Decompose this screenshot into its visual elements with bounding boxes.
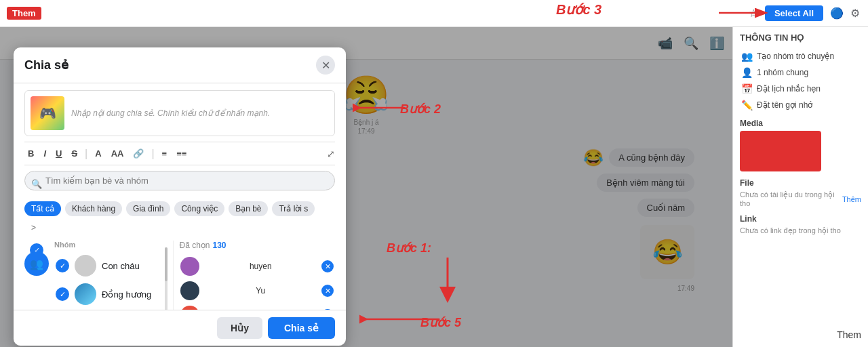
ordered-list-button[interactable]: ≡≡: [173, 146, 190, 161]
sidebar-item-common-groups[interactable]: 👤 1 nhóm chung: [740, 64, 861, 81]
cancel-button[interactable]: Hủy: [217, 317, 262, 339]
search-wrap: 🔍: [24, 171, 335, 196]
group-item-donghương[interactable]: ✓ Đồng hương: [54, 280, 162, 308]
group-list-wrap: ✓ 👥 Nhóm ✓ Con chá: [24, 241, 167, 310]
right-sidebar: THÔNG TIN HỌ 👥 Tạo nhóm trò chuyện 👤 1 n…: [732, 27, 868, 347]
modal-header: Chia sẻ ✕: [14, 47, 346, 83]
selected-header: Đã chọn 130: [179, 241, 335, 250]
profile-icon[interactable]: 🔵: [830, 7, 844, 20]
list-button[interactable]: ≡: [159, 146, 171, 161]
top-bar-right: ☆ Select All 🔵 ⚙: [749, 5, 860, 21]
share-modal: Chia sẻ ✕ 🎮 Nhập nội dung chia sẻ. Chính…: [14, 47, 346, 346]
star-icon[interactable]: ☆: [749, 7, 758, 20]
underline-button[interactable]: U: [52, 146, 65, 161]
top-avatar-wrap: ✓ 👥: [24, 243, 49, 276]
sidebar-item-schedule[interactable]: 📅 Đặt lịch nhắc hẹn: [740, 81, 861, 97]
text-toolbar: B I U S | A AA 🔗 | ≡ ≡≡ ⤢: [24, 142, 335, 165]
avatar-conchaú: [75, 255, 96, 277]
sidebar-item-nickname[interactable]: ✏️ Đặt tên gợi nhớ: [740, 97, 861, 113]
group-name-donghương: Đồng hương: [102, 289, 151, 300]
link-button[interactable]: 🔗: [130, 146, 147, 161]
modal-lists: ✓ 👥 Nhóm ✓ Con chá: [24, 241, 335, 310]
bold-button[interactable]: B: [24, 146, 37, 161]
nickname-icon: ✏️: [741, 100, 753, 110]
filter-tabs: Tất cả Khách hàng Gia đình Công việc Bạn…: [24, 201, 335, 235]
modal-close-button[interactable]: ✕: [316, 56, 335, 75]
font-size-button[interactable]: AA: [108, 146, 127, 161]
share-button[interactable]: Chia sẻ: [268, 317, 335, 339]
share-placeholder-text[interactable]: Nhập nội dung chia sẻ. Chính kiểu chữ để…: [71, 108, 270, 118]
file-title: File: [740, 178, 861, 188]
sidebar-item-create-group[interactable]: 👥 Tạo nhóm trò chuyện: [740, 48, 861, 64]
group-list: Nhóm ✓ Con cháu ✓ Đồng h: [54, 241, 162, 310]
check-conchaú[interactable]: ✓: [56, 259, 69, 272]
groups-label: Nhóm: [54, 241, 162, 249]
selected-name-huyen: huyen: [203, 262, 317, 271]
share-preview-image: 🎮: [31, 96, 64, 130]
username-label: Them: [7, 7, 41, 20]
file-empty-text: Chưa có tài liệu du trong hội tho: [740, 190, 840, 207]
filter-tab-family[interactable]: Gia đình: [126, 201, 170, 216]
avatar-yu: [180, 281, 199, 300]
selected-panel: Đã chọn 130 huyen ✕ Yu ✕: [173, 241, 335, 310]
search-icon: 🔍: [31, 178, 42, 188]
remove-huyen-button[interactable]: ✕: [321, 260, 334, 272]
select-all-button[interactable]: Select All: [765, 5, 823, 21]
media-preview-box: [740, 131, 821, 171]
top-bar-left: Them: [0, 7, 41, 20]
share-preview: 🎮 Nhập nội dung chia sẻ. Chính kiểu chữ …: [24, 90, 335, 136]
selected-item-huyen: huyen ✕: [179, 254, 335, 279]
avatar-huyen: [180, 257, 199, 276]
sidebar-item-label-nickname: Đặt tên gợi nhớ: [757, 100, 812, 110]
sidebar-title: THÔNG TIN HỌ: [740, 33, 861, 43]
gear-icon[interactable]: ⚙: [850, 7, 860, 20]
link-empty-text: Chưa có link đẹp trong hội tho: [740, 226, 861, 235]
selected-count: 130: [213, 241, 226, 250]
friend-search-input[interactable]: [24, 171, 335, 190]
expand-button[interactable]: ⤢: [327, 148, 335, 159]
them-label: Them: [837, 329, 861, 340]
toolbar-sep-2: |: [150, 148, 155, 160]
sidebar-item-label-schedule: Đặt lịch nhắc hẹn: [757, 84, 821, 94]
group-name-conchaú: Con cháu: [102, 261, 140, 271]
modal-overlay: Chia sẻ ✕ 🎮 Nhập nội dung chia sẻ. Chính…: [0, 27, 732, 347]
remove-yu-button[interactable]: ✕: [321, 285, 334, 297]
filter-tab-all[interactable]: Tất cả: [24, 201, 61, 216]
common-groups-icon: 👤: [741, 67, 753, 78]
create-group-icon: 👥: [741, 51, 753, 62]
filter-tab-more[interactable]: >: [24, 220, 43, 235]
media-section: Media: [740, 119, 861, 171]
top-group-avatar: 👥: [24, 251, 49, 276]
check-donghương[interactable]: ✓: [56, 287, 69, 301]
sidebar-item-label-create: Tạo nhóm trò chuyện: [757, 52, 834, 61]
add-file-link[interactable]: Thêm: [842, 195, 861, 203]
italic-button[interactable]: I: [40, 146, 50, 161]
group-list-scrollbar[interactable]: [165, 247, 167, 310]
link-title: Link: [740, 214, 861, 224]
sidebar-item-label-common: 1 nhóm chung: [757, 68, 808, 77]
selected-item-linlin: linlin ✕: [179, 303, 335, 310]
strikethrough-button[interactable]: S: [68, 146, 81, 161]
selected-name-yu: Yu: [203, 286, 317, 295]
modal-footer: Hủy Chia sẻ: [14, 310, 346, 346]
modal-title: Chia sẻ: [24, 58, 68, 73]
font-color-button[interactable]: A: [92, 146, 104, 161]
selected-item-yu: Yu ✕: [179, 279, 335, 303]
file-section: File Chưa có tài liệu du trong hội tho T…: [740, 178, 861, 207]
media-title: Media: [740, 119, 861, 128]
selected-label: Đã chọn: [179, 241, 210, 250]
scrollbar-thumb: [165, 247, 167, 281]
filter-tab-friends[interactable]: Bạn bè: [229, 201, 268, 216]
filter-tab-work[interactable]: Công việc: [174, 201, 224, 216]
schedule-icon: 📅: [741, 83, 753, 94]
link-section: Link Chưa có link đẹp trong hội tho: [740, 214, 861, 235]
toolbar-sep-1: |: [83, 148, 89, 160]
top-bar: Them Bước 3 ☆ Select All 🔵 ⚙: [0, 0, 868, 27]
group-item-conchaú[interactable]: ✓ Con cháu: [54, 251, 162, 280]
avatar-donghương: [75, 283, 96, 305]
step3-heading: Bước 3: [556, 1, 601, 18]
modal-body: 🎮 Nhập nội dung chia sẻ. Chính kiểu chữ …: [14, 83, 346, 310]
filter-tab-reply[interactable]: Trả lời s: [272, 201, 315, 216]
filter-tab-customer[interactable]: Khách hàng: [65, 201, 122, 216]
